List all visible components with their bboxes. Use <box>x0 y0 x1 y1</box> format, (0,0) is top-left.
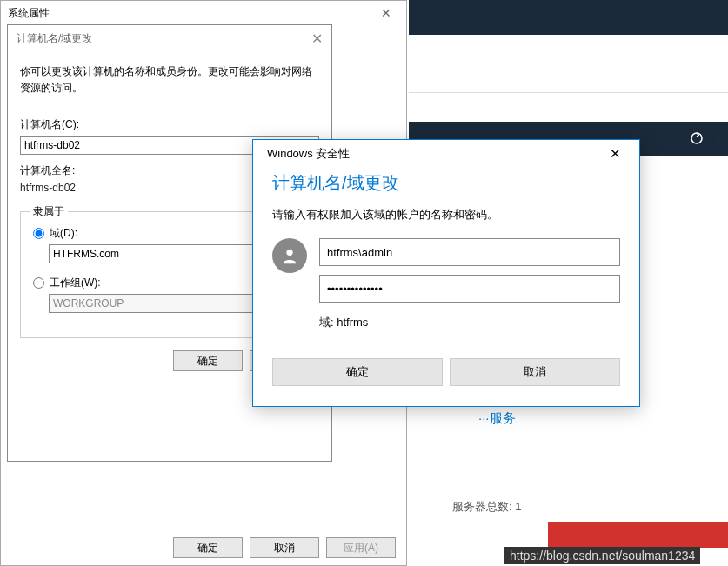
member-of-label: 隶属于 <box>30 204 68 219</box>
domain-radio[interactable] <box>33 228 44 239</box>
bg-titlebar <box>409 0 728 35</box>
workgroup-radio[interactable] <box>33 277 44 289</box>
instruction-text: 请输入有权限加入该域的帐户的名称和密码。 <box>272 207 620 223</box>
watermark: https://blog.csdn.net/soulman1234 <box>504 547 700 564</box>
windows-security-dialog: Windows 安全性 ✕ 计算机名/域更改 请输入有权限加入该域的帐户的名称和… <box>252 139 640 407</box>
description-text: 你可以更改该计算机的名称和成员身份。更改可能会影响对网络资源的访问。 <box>20 63 319 97</box>
svg-point-0 <box>691 133 702 143</box>
divider <box>409 63 728 63</box>
domain-prefix: 域: <box>319 316 337 329</box>
close-icon[interactable]: ✕ <box>311 30 323 47</box>
ok-button[interactable]: 确定 <box>173 537 243 558</box>
server-count-label: 服务器总数: 1 <box>452 499 521 515</box>
close-icon[interactable]: ✕ <box>598 142 632 166</box>
workgroup-radio-label: 工作组(W): <box>50 276 101 290</box>
password-input[interactable] <box>319 275 620 303</box>
svg-point-1 <box>286 250 292 256</box>
win2-titlebar: 计算机名/域更改 ✕ <box>8 25 331 51</box>
dialog-heading: 计算机名/域更改 <box>272 171 620 195</box>
divider: | <box>717 133 719 145</box>
domain-value: htfrms <box>337 316 368 329</box>
cancel-button[interactable]: 取消 <box>250 537 319 558</box>
close-icon[interactable]: ✕ <box>373 6 399 20</box>
ok-button[interactable]: 确定 <box>173 350 243 371</box>
domain-radio-label: 域(D): <box>50 226 77 241</box>
bg-red-button[interactable] <box>548 522 728 548</box>
win3-titlebar: Windows 安全性 ✕ <box>253 140 639 168</box>
win1-title-text: 系统属性 <box>8 6 50 21</box>
win3-titlebar-text: Windows 安全性 <box>267 146 350 162</box>
win2-title-text: 计算机名/域更改 <box>17 31 92 46</box>
computer-name-label: 计算机名(C): <box>20 117 319 132</box>
divider <box>409 92 728 93</box>
bg-link-2[interactable]: ···服务 <box>478 410 516 427</box>
username-input[interactable] <box>319 238 620 266</box>
ok-button[interactable]: 确定 <box>272 358 443 386</box>
refresh-icon[interactable] <box>689 130 705 149</box>
user-icon <box>272 238 307 273</box>
win1-titlebar: 系统属性 ✕ <box>1 1 406 25</box>
apply-button: 应用(A) <box>326 537 396 558</box>
cancel-button[interactable]: 取消 <box>450 358 620 386</box>
domain-line: 域: htfrms <box>319 315 620 330</box>
